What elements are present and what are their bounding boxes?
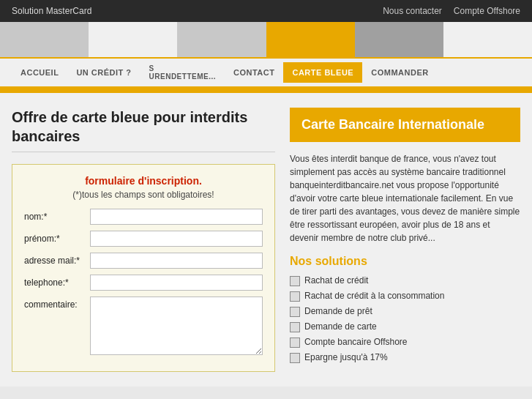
nom-row: nom:* <box>24 209 263 225</box>
nav-wrapper: ACCUEIL UN CRÉDIT ? SURENDETTEME... CONT… <box>0 22 532 93</box>
solution-text-1: Rachat de crédit <box>304 275 368 286</box>
banner-seg-1 <box>0 22 89 57</box>
telephone-label: telephone:* <box>24 277 90 288</box>
solution-item-2: Rachat de crédit à la consommation <box>290 291 520 302</box>
form-box: formulaire d'inscription. (*)tous les ch… <box>12 164 275 372</box>
title-divider <box>12 152 275 152</box>
nav-banner <box>0 22 532 57</box>
telephone-input[interactable] <box>90 275 263 291</box>
banner-seg-6 <box>443 22 532 57</box>
nav-contact[interactable]: CONTACT <box>225 62 283 83</box>
main-content: Offre de carte bleue pour interdits banc… <box>0 93 532 387</box>
nav-menu: ACCUEIL UN CRÉDIT ? SURENDETTEME... CONT… <box>0 57 532 86</box>
top-bar: Solution MasterCard Nous contacter Compt… <box>0 0 532 22</box>
nav-surendettement[interactable]: SURENDETTEME... <box>141 59 225 86</box>
prenom-input[interactable] <box>90 231 263 247</box>
form-title-suffix: . <box>199 175 202 187</box>
brand: Solution MasterCard <box>12 6 91 16</box>
form-required-note: (*)tous les champs sont obligatoires! <box>24 190 263 200</box>
solution-icon-1 <box>290 276 300 286</box>
telephone-row: telephone:* <box>24 275 263 291</box>
nav-accueil[interactable]: ACCUEIL <box>12 62 67 83</box>
email-label: adresse mail:* <box>24 256 90 266</box>
solution-item-5: Compte bancaire Offshore <box>290 337 520 348</box>
left-column: Offre de carte bleue pour interdits banc… <box>12 108 275 372</box>
email-input[interactable] <box>90 253 263 269</box>
solution-text-4: Demande de carte <box>304 321 377 332</box>
card-banner-title: Carte Bancaire Internationale <box>301 116 509 133</box>
banner-seg-2 <box>89 22 177 57</box>
solution-text-3: Demande de prêt <box>304 306 372 316</box>
solution-icon-5 <box>290 338 300 348</box>
nav-stripe <box>0 86 532 91</box>
prenom-label: prénom:* <box>24 234 90 244</box>
solution-item-4: Demande de carte <box>290 321 520 332</box>
nous-contacter-link[interactable]: Nous contacter <box>383 6 442 16</box>
solution-text-5: Compte bancaire Offshore <box>304 337 408 347</box>
form-title: formulaire d'inscription. <box>24 175 263 187</box>
commentaire-row: commentaire: <box>24 297 263 355</box>
solution-text-6: Epargne jusqu'à 17% <box>304 352 388 362</box>
banner-seg-4 <box>266 22 355 57</box>
compte-offshore-link[interactable]: Compte Offshore <box>454 6 520 16</box>
page-title: Offre de carte bleue pour interdits banc… <box>12 108 275 146</box>
commentaire-label: commentaire: <box>24 297 90 310</box>
solution-icon-2 <box>290 291 300 302</box>
right-column: Carte Bancaire Internationale Vous êtes … <box>290 108 520 372</box>
nav-credit[interactable]: UN CRÉDIT ? <box>67 62 140 83</box>
commentaire-input[interactable] <box>90 297 263 355</box>
solution-icon-4 <box>290 322 300 332</box>
solution-icon-6 <box>290 353 300 363</box>
nav-commander[interactable]: COMMANDER <box>362 62 437 83</box>
banner-seg-5 <box>355 22 443 57</box>
card-banner: Carte Bancaire Internationale <box>290 108 520 142</box>
nom-label: nom:* <box>24 212 90 222</box>
solution-item-3: Demande de prêt <box>290 306 520 317</box>
nav-carte-bleue[interactable]: CARTE BLEUE <box>283 62 362 83</box>
solutions-list: Rachat de crédit Rachat de crédit à la c… <box>290 275 520 363</box>
solution-item-1: Rachat de crédit <box>290 275 520 286</box>
nom-input[interactable] <box>90 209 263 225</box>
email-row: adresse mail:* <box>24 253 263 269</box>
nos-solutions-title: Nos solutions <box>290 255 520 268</box>
card-description: Vous êtes interdit banque de france, vou… <box>290 152 520 245</box>
solution-icon-3 <box>290 307 300 317</box>
top-bar-links: Nous contacter Compte Offshore <box>383 6 520 16</box>
solution-item-6: Epargne jusqu'à 17% <box>290 352 520 363</box>
solution-text-2: Rachat de crédit à la consommation <box>304 291 444 301</box>
prenom-row: prénom:* <box>24 231 263 247</box>
banner-seg-3 <box>177 22 266 57</box>
form-title-text: formulaire d'inscription <box>85 175 199 187</box>
